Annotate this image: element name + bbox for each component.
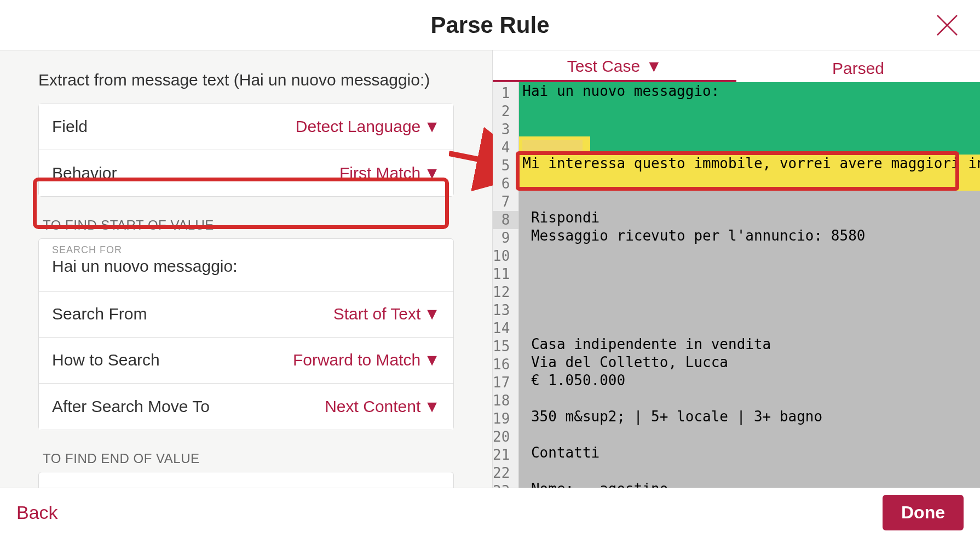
code-line [519, 100, 980, 118]
code-line: Nome: agostino [519, 480, 980, 488]
search-for-value: Hai un nuovo messaggio: [52, 257, 440, 276]
code-line [519, 281, 980, 299]
chevron-down-icon: ▼ [424, 164, 440, 182]
search-from-row[interactable]: Search From Start of Text▼ [39, 292, 453, 338]
close-button[interactable] [934, 12, 960, 38]
code-line [519, 245, 980, 263]
tab-parsed[interactable]: Parsed [736, 59, 980, 82]
chevron-down-icon: ▼ [646, 57, 662, 76]
code-line [519, 136, 980, 155]
code-line: Contatti [519, 444, 980, 462]
how-to-search-value[interactable]: Forward to Match▼ [293, 351, 440, 369]
search-from-value[interactable]: Start of Text▼ [333, 305, 440, 323]
code-line [519, 390, 980, 408]
end-card [38, 472, 454, 488]
search-for-row[interactable]: search for Hai un nuovo messaggio: [39, 239, 453, 292]
field-behavior-card: Field Detect Language▼ Behavior First Ma… [38, 104, 454, 197]
field-label: Field [52, 117, 88, 136]
code-area[interactable]: Hai un nuovo messaggio: Mi interessa que… [519, 82, 980, 488]
dialog-title: Parse Rule [430, 12, 549, 38]
code-line [519, 118, 980, 136]
code-line: € 1.050.000 [519, 372, 980, 390]
code-line [519, 299, 980, 317]
code-line [519, 191, 980, 209]
after-search-row[interactable]: After Search Move To Next Content▼ [39, 384, 453, 430]
field-value[interactable]: Detect Language▼ [296, 117, 440, 136]
behavior-value[interactable]: First Match▼ [339, 164, 440, 182]
chevron-down-icon: ▼ [424, 305, 440, 323]
code-line [519, 426, 980, 444]
code-line: Hai un nuovo messaggio: [519, 82, 980, 100]
chevron-down-icon: ▼ [424, 351, 440, 369]
search-from-label: Search From [52, 305, 147, 323]
right-panel: Test Case ▼ Parsed 123456789101112131415… [493, 50, 980, 488]
search-for-mini-label: search for [52, 244, 440, 256]
dialog-footer: Back Done [0, 488, 980, 537]
chevron-down-icon: ▼ [424, 397, 440, 416]
code-line: Rispondi [519, 209, 980, 227]
end-section-label: To Find End of Value [43, 451, 454, 466]
code-line [519, 173, 980, 191]
code-line: Via del Colletto, Lucca [519, 353, 980, 372]
chevron-down-icon: ▼ [424, 117, 440, 136]
left-panel: Extract from message text (Hai un nuovo … [0, 50, 493, 488]
close-icon [934, 12, 960, 38]
how-to-search-label: How to Search [52, 351, 160, 369]
code-line: Messaggio ricevuto per l'annuncio: 8580 [519, 227, 980, 245]
line-gutter: 1234567891011121314151617181920212223 [493, 82, 519, 488]
how-to-search-row[interactable]: How to Search Forward to Match▼ [39, 338, 453, 384]
code-editor: 1234567891011121314151617181920212223 Ha… [493, 82, 980, 488]
start-section-label: To Find Start of Value [43, 218, 454, 233]
code-line [519, 263, 980, 281]
code-line [519, 317, 980, 335]
after-search-value[interactable]: Next Content▼ [325, 397, 440, 416]
dialog-header: Parse Rule [0, 0, 980, 50]
code-line: Casa indipendente in vendita [519, 335, 980, 353]
done-button[interactable]: Done [883, 495, 964, 530]
start-card: search for Hai un nuovo messaggio: Searc… [38, 238, 454, 430]
after-search-label: After Search Move To [52, 397, 210, 416]
extract-heading: Extract from message text (Hai un nuovo … [38, 69, 454, 92]
field-row[interactable]: Field Detect Language▼ [39, 104, 453, 150]
tab-test-case[interactable]: Test Case ▼ [493, 57, 736, 82]
behavior-row[interactable]: Behavior First Match▼ [39, 150, 453, 196]
back-button[interactable]: Back [16, 502, 58, 523]
code-line: 350 m&sup2; | 5+ locale | 3+ bagno [519, 408, 980, 426]
behavior-label: Behavior [52, 164, 117, 182]
code-line [519, 462, 980, 480]
code-line: Mi interessa questo immobile, vorrei ave… [519, 155, 980, 173]
tabs: Test Case ▼ Parsed [493, 50, 980, 82]
